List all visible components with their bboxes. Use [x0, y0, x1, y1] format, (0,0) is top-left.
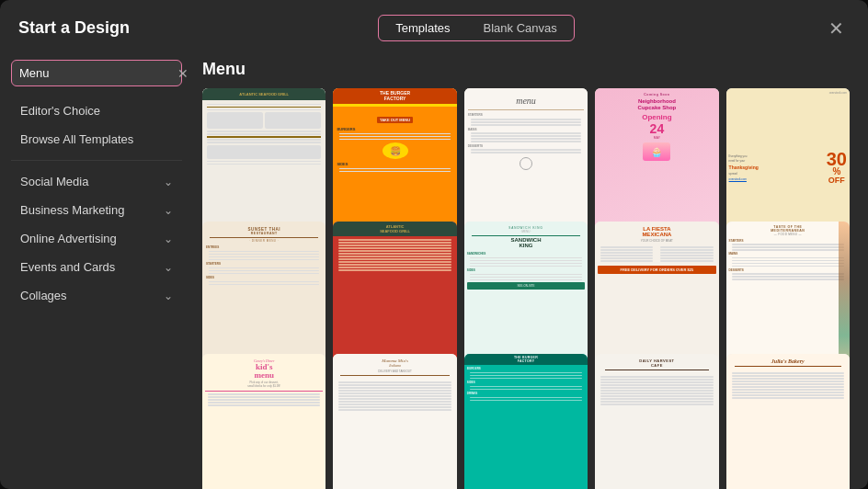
- template-preview: DAILY HARVEST CAFE: [595, 354, 718, 489]
- sidebar-item-business-marketing[interactable]: Business Marketing ⌄: [11, 197, 182, 223]
- sidebar-divider: [11, 160, 182, 161]
- main-content: Menu ATLANTIC SEAFOOD GRILL: [193, 51, 868, 489]
- sidebar-item-online-advertising[interactable]: Online Advertising ⌄: [11, 225, 182, 252]
- close-button[interactable]: ✕: [823, 17, 850, 40]
- sidebar-item-events-and-cards[interactable]: Events and Cards ⌄: [11, 254, 182, 280]
- template-card[interactable]: Julia's Bakery: [726, 354, 850, 489]
- template-card[interactable]: Casey's Diner kid'smenu Pick any of our …: [202, 354, 326, 489]
- sidebar-item-label: Events and Cards: [20, 260, 115, 274]
- template-preview: Mamma Mia's Italiano DELIVERY AND TAKEOU…: [333, 354, 456, 489]
- chevron-down-icon: ⌄: [164, 233, 173, 245]
- sidebar-item-label: Browse All Templates: [20, 132, 133, 146]
- sidebar: ✕ Editor's Choice Browse All Templates: [0, 51, 193, 489]
- sidebar-item-editors-choice[interactable]: Editor's Choice: [11, 97, 182, 124]
- sidebar-item-label: Online Advertising: [20, 232, 117, 245]
- modal-title: Start a Design: [18, 18, 130, 38]
- sidebar-item-label: Social Media: [20, 175, 88, 188]
- sidebar-item-browse-all[interactable]: Browse All Templates: [11, 126, 182, 153]
- template-card[interactable]: DAILY HARVEST CAFE: [595, 354, 718, 489]
- sidebar-item-social-media[interactable]: Social Media ⌄: [11, 168, 182, 195]
- tab-group: Templates Blank Canvas: [378, 15, 574, 41]
- search-input[interactable]: [19, 66, 174, 80]
- sidebar-item-label: Collages: [20, 289, 67, 302]
- template-preview: Casey's Diner kid'smenu Pick any of our …: [202, 354, 326, 489]
- template-preview: Julia's Bakery: [726, 354, 850, 489]
- sidebar-item-collages[interactable]: Collages ⌄: [11, 282, 182, 309]
- template-card[interactable]: Mamma Mia's Italiano DELIVERY AND TAKEOU…: [333, 354, 456, 489]
- templates-grid: ATLANTIC SEAFOOD GRILL: [202, 88, 853, 489]
- chevron-down-icon: ⌄: [164, 176, 173, 188]
- section-title: Menu: [202, 60, 853, 79]
- search-box[interactable]: ✕: [11, 60, 182, 86]
- modal-header: Start a Design Templates Blank Canvas ✕: [0, 0, 868, 51]
- tab-blank-canvas[interactable]: Blank Canvas: [467, 16, 574, 40]
- search-clear-button[interactable]: ✕: [174, 66, 192, 81]
- chevron-down-icon: ⌄: [164, 290, 173, 302]
- template-preview: THE BURGER FACTORY BURGERS SIDES: [464, 354, 588, 489]
- modal-overlay: Start a Design Templates Blank Canvas ✕ …: [0, 0, 868, 489]
- sidebar-item-label: Business Marketing: [20, 203, 124, 217]
- modal-body: ✕ Editor's Choice Browse All Templates: [0, 51, 868, 489]
- template-card[interactable]: THE BURGER FACTORY BURGERS SIDES: [464, 354, 588, 489]
- sidebar-item-label: Editor's Choice: [20, 104, 100, 118]
- design-modal: Start a Design Templates Blank Canvas ✕ …: [0, 0, 868, 489]
- tab-templates[interactable]: Templates: [379, 16, 466, 40]
- chevron-down-icon: ⌄: [164, 204, 173, 217]
- chevron-down-icon: ⌄: [164, 261, 173, 274]
